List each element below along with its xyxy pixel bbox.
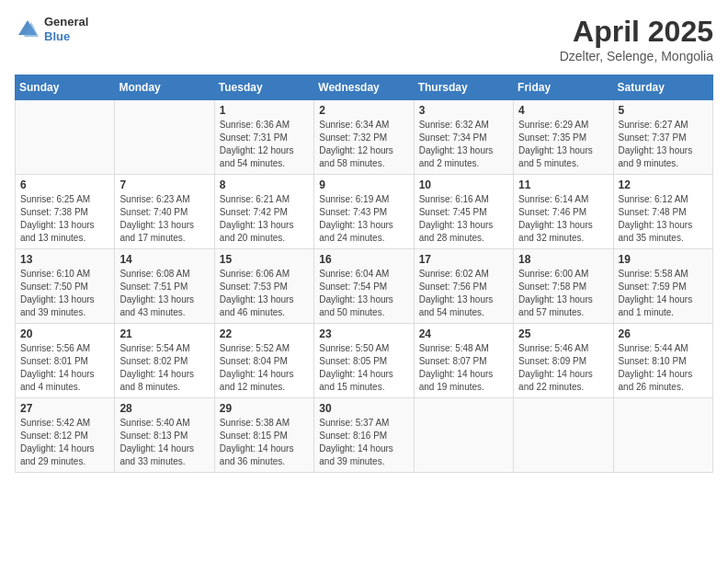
day-info: Sunrise: 6:16 AM Sunset: 7:45 PM Dayligh… — [419, 193, 508, 245]
day-info: Sunrise: 6:34 AM Sunset: 7:32 PM Dayligh… — [319, 119, 408, 170]
day-info: Sunrise: 5:56 AM Sunset: 8:01 PM Dayligh… — [20, 342, 109, 394]
calendar-cell: 9Sunrise: 6:19 AM Sunset: 7:43 PM Daylig… — [314, 175, 414, 249]
calendar-cell: 20Sunrise: 5:56 AM Sunset: 8:01 PM Dayli… — [16, 324, 115, 398]
calendar-cell: 8Sunrise: 6:21 AM Sunset: 7:42 PM Daylig… — [214, 175, 313, 249]
day-info: Sunrise: 5:40 AM Sunset: 8:13 PM Dayligh… — [119, 417, 209, 468]
day-info: Sunrise: 5:54 AM Sunset: 8:02 PM Dayligh… — [119, 342, 209, 394]
day-info: Sunrise: 6:14 AM Sunset: 7:46 PM Dayligh… — [518, 193, 608, 245]
weekday-header: Tuesday — [214, 75, 313, 100]
day-number: 2 — [319, 104, 408, 117]
day-info: Sunrise: 6:08 AM Sunset: 7:51 PM Dayligh… — [119, 268, 209, 319]
day-number: 21 — [119, 327, 209, 340]
day-info: Sunrise: 5:50 AM Sunset: 8:05 PM Dayligh… — [319, 342, 408, 394]
day-number: 27 — [20, 402, 109, 415]
day-number: 4 — [518, 104, 608, 117]
day-number: 26 — [619, 327, 708, 340]
day-info: Sunrise: 6:12 AM Sunset: 7:48 PM Dayligh… — [619, 193, 708, 245]
logo-line1: General — [44, 15, 88, 29]
day-number: 14 — [119, 253, 209, 266]
calendar-cell: 21Sunrise: 5:54 AM Sunset: 8:02 PM Dayli… — [115, 324, 214, 398]
title-block: April 2025 Dzelter, Selenge, Mongolia — [560, 15, 713, 63]
calendar-cell: 16Sunrise: 6:04 AM Sunset: 7:54 PM Dayli… — [314, 249, 414, 324]
day-number: 7 — [119, 178, 209, 191]
day-number: 6 — [20, 178, 109, 191]
weekday-header: Monday — [115, 75, 214, 100]
day-number: 10 — [419, 178, 508, 191]
day-number: 22 — [220, 327, 309, 340]
calendar-cell: 19Sunrise: 5:58 AM Sunset: 7:59 PM Dayli… — [613, 249, 712, 324]
page-header: General Blue April 2025 Dzelter, Selenge… — [15, 15, 713, 63]
weekday-header: Thursday — [414, 75, 513, 100]
day-info: Sunrise: 5:44 AM Sunset: 8:10 PM Dayligh… — [619, 342, 708, 394]
calendar-cell: 5Sunrise: 6:27 AM Sunset: 7:37 PM Daylig… — [613, 100, 712, 175]
calendar-cell: 3Sunrise: 6:32 AM Sunset: 7:34 PM Daylig… — [414, 100, 513, 175]
day-number: 1 — [220, 104, 309, 117]
day-number: 23 — [319, 327, 408, 340]
weekday-header: Friday — [514, 75, 613, 100]
day-number: 11 — [518, 178, 608, 191]
day-info: Sunrise: 6:04 AM Sunset: 7:54 PM Dayligh… — [319, 268, 408, 319]
day-number: 24 — [419, 327, 508, 340]
logo-line2: Blue — [44, 29, 88, 44]
day-info: Sunrise: 6:00 AM Sunset: 7:58 PM Dayligh… — [518, 268, 608, 319]
day-number: 8 — [220, 178, 309, 191]
day-info: Sunrise: 6:21 AM Sunset: 7:42 PM Dayligh… — [220, 193, 309, 245]
day-info: Sunrise: 6:36 AM Sunset: 7:31 PM Dayligh… — [220, 119, 309, 170]
calendar-cell: 4Sunrise: 6:29 AM Sunset: 7:35 PM Daylig… — [514, 100, 613, 175]
day-info: Sunrise: 6:32 AM Sunset: 7:34 PM Dayligh… — [419, 119, 508, 170]
calendar-cell: 14Sunrise: 6:08 AM Sunset: 7:51 PM Dayli… — [115, 249, 214, 324]
calendar-cell: 26Sunrise: 5:44 AM Sunset: 8:10 PM Dayli… — [613, 324, 712, 398]
day-number: 3 — [419, 104, 508, 117]
day-info: Sunrise: 5:37 AM Sunset: 8:16 PM Dayligh… — [319, 417, 408, 468]
calendar-cell: 18Sunrise: 6:00 AM Sunset: 7:58 PM Dayli… — [514, 249, 613, 324]
calendar-cell: 10Sunrise: 6:16 AM Sunset: 7:45 PM Dayli… — [414, 175, 513, 249]
calendar-cell: 6Sunrise: 6:25 AM Sunset: 7:38 PM Daylig… — [16, 175, 115, 249]
calendar-header: SundayMondayTuesdayWednesdayThursdayFrid… — [16, 75, 713, 100]
calendar-cell: 17Sunrise: 6:02 AM Sunset: 7:56 PM Dayli… — [414, 249, 513, 324]
calendar-table: SundayMondayTuesdayWednesdayThursdayFrid… — [15, 75, 713, 473]
page-title: April 2025 — [560, 15, 713, 49]
day-info: Sunrise: 6:02 AM Sunset: 7:56 PM Dayligh… — [419, 268, 508, 319]
logo-text: General Blue — [44, 15, 88, 43]
calendar-cell: 22Sunrise: 5:52 AM Sunset: 8:04 PM Dayli… — [214, 324, 313, 398]
day-info: Sunrise: 6:29 AM Sunset: 7:35 PM Dayligh… — [518, 119, 608, 170]
calendar-cell: 1Sunrise: 6:36 AM Sunset: 7:31 PM Daylig… — [214, 100, 313, 175]
calendar-cell — [613, 398, 712, 473]
calendar-cell — [514, 398, 613, 473]
day-info: Sunrise: 5:46 AM Sunset: 8:09 PM Dayligh… — [518, 342, 608, 394]
day-number: 12 — [619, 178, 708, 191]
day-number: 5 — [619, 104, 708, 117]
calendar-cell: 13Sunrise: 6:10 AM Sunset: 7:50 PM Dayli… — [16, 249, 115, 324]
day-number: 25 — [518, 327, 608, 340]
day-number: 13 — [20, 253, 109, 266]
calendar-cell — [115, 100, 214, 175]
calendar-cell: 12Sunrise: 6:12 AM Sunset: 7:48 PM Dayli… — [613, 175, 712, 249]
calendar-cell: 27Sunrise: 5:42 AM Sunset: 8:12 PM Dayli… — [16, 398, 115, 473]
day-info: Sunrise: 5:58 AM Sunset: 7:59 PM Dayligh… — [619, 268, 708, 319]
day-info: Sunrise: 6:23 AM Sunset: 7:40 PM Dayligh… — [119, 193, 209, 245]
calendar-cell: 15Sunrise: 6:06 AM Sunset: 7:53 PM Dayli… — [214, 249, 313, 324]
day-number: 30 — [319, 402, 408, 415]
day-number: 9 — [319, 178, 408, 191]
day-info: Sunrise: 5:42 AM Sunset: 8:12 PM Dayligh… — [20, 417, 109, 468]
day-number: 17 — [419, 253, 508, 266]
logo: General Blue — [15, 15, 88, 43]
calendar-cell: 30Sunrise: 5:37 AM Sunset: 8:16 PM Dayli… — [314, 398, 414, 473]
logo-icon — [15, 17, 40, 42]
day-info: Sunrise: 6:06 AM Sunset: 7:53 PM Dayligh… — [220, 268, 309, 319]
calendar-cell: 29Sunrise: 5:38 AM Sunset: 8:15 PM Dayli… — [214, 398, 313, 473]
weekday-header: Wednesday — [314, 75, 414, 100]
day-number: 16 — [319, 253, 408, 266]
day-number: 20 — [20, 327, 109, 340]
day-info: Sunrise: 5:52 AM Sunset: 8:04 PM Dayligh… — [220, 342, 309, 394]
day-info: Sunrise: 6:10 AM Sunset: 7:50 PM Dayligh… — [20, 268, 109, 319]
calendar-cell: 28Sunrise: 5:40 AM Sunset: 8:13 PM Dayli… — [115, 398, 214, 473]
day-number: 28 — [119, 402, 209, 415]
weekday-header: Saturday — [613, 75, 712, 100]
day-info: Sunrise: 6:27 AM Sunset: 7:37 PM Dayligh… — [619, 119, 708, 170]
calendar-cell: 2Sunrise: 6:34 AM Sunset: 7:32 PM Daylig… — [314, 100, 414, 175]
calendar-cell — [414, 398, 513, 473]
weekday-header: Sunday — [16, 75, 115, 100]
day-number: 18 — [518, 253, 608, 266]
day-info: Sunrise: 5:38 AM Sunset: 8:15 PM Dayligh… — [220, 417, 309, 468]
